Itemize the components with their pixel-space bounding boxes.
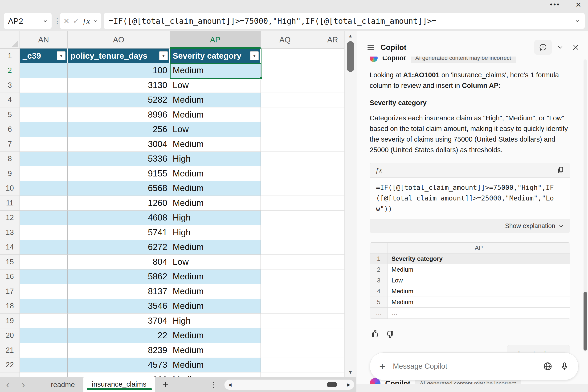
- grid-cell[interactable]: [261, 225, 309, 240]
- grid-cell[interactable]: [261, 48, 309, 63]
- filter-dropdown-icon[interactable]: ▼: [250, 51, 259, 60]
- grid-cell[interactable]: Medium: [170, 166, 261, 181]
- row-header-2[interactable]: 2: [0, 63, 20, 78]
- grid-cell[interactable]: [261, 63, 309, 78]
- column-header-AN[interactable]: AN: [20, 31, 68, 48]
- grid-cell[interactable]: [20, 343, 68, 358]
- grid-cell[interactable]: High: [170, 210, 261, 226]
- grid-cell[interactable]: [20, 166, 68, 181]
- grid-horizontal-scrollbar[interactable]: ◀ ▶: [224, 380, 354, 390]
- formula-bar[interactable]: =IF([@[total_claim_amount]]>=75000,"High…: [104, 13, 585, 29]
- row-header-16[interactable]: 16: [0, 270, 20, 284]
- microphone-icon[interactable]: [560, 362, 569, 371]
- grid-cell[interactable]: Medium: [170, 108, 261, 122]
- row-header-19[interactable]: 19: [0, 314, 20, 328]
- row-header-15[interactable]: 15: [0, 255, 20, 270]
- grid-cell[interactable]: [261, 299, 309, 314]
- grid-cell[interactable]: [20, 78, 68, 93]
- grid-cell[interactable]: [20, 270, 68, 284]
- grid-cell[interactable]: [261, 122, 309, 137]
- table-column-header[interactable]: _c39▼: [20, 48, 68, 63]
- row-header-14[interactable]: 14: [0, 240, 20, 255]
- column-header-AP[interactable]: AP: [170, 31, 261, 48]
- row-header-23[interactable]: 23: [0, 372, 20, 377]
- grid-cell[interactable]: [261, 343, 309, 358]
- grid-cell[interactable]: 6272: [68, 240, 170, 255]
- grid-cell[interactable]: [261, 270, 309, 284]
- row-header-3[interactable]: 3: [0, 78, 20, 93]
- grid-vertical-scrollbar[interactable]: ▲ ▼: [344, 31, 356, 377]
- grid-cell[interactable]: [20, 63, 68, 78]
- new-chat-icon[interactable]: [534, 40, 552, 55]
- grid-cell[interactable]: 8239: [68, 343, 170, 358]
- grid-cell[interactable]: [20, 314, 68, 328]
- grid-cell[interactable]: 3130: [68, 78, 170, 93]
- grid-cell[interactable]: Medium: [170, 137, 261, 152]
- grid-cell[interactable]: 3546: [68, 299, 170, 314]
- grid-cell[interactable]: High: [170, 314, 261, 328]
- grid-cell[interactable]: Medium: [170, 63, 261, 78]
- grid-cell[interactable]: [20, 240, 68, 255]
- row-header-20[interactable]: 20: [0, 328, 20, 343]
- grid-cell[interactable]: [20, 328, 68, 343]
- grid-cell[interactable]: 804: [68, 255, 170, 270]
- grid-cell[interactable]: 8996: [68, 108, 170, 122]
- grid-cell[interactable]: [261, 196, 309, 210]
- thumbs-down-icon[interactable]: [386, 329, 396, 339]
- name-box[interactable]: AP2: [4, 13, 52, 29]
- show-explanation-button[interactable]: Show explanation: [370, 219, 570, 233]
- grid-cell[interactable]: Medium: [170, 240, 261, 255]
- row-header-9[interactable]: 9: [0, 166, 20, 181]
- scroll-down-icon[interactable]: ▼: [345, 370, 356, 375]
- row-header-4[interactable]: 4: [0, 93, 20, 108]
- table-column-header[interactable]: policy_tenure_days▼: [68, 48, 170, 63]
- select-all-corner[interactable]: [0, 31, 20, 48]
- grid-cell[interactable]: [261, 137, 309, 152]
- sheet-nav-back-icon[interactable]: ‹: [6, 377, 10, 392]
- grid-cell[interactable]: [261, 78, 309, 93]
- grid-cell[interactable]: 4608: [68, 210, 170, 226]
- row-header-11[interactable]: 11: [0, 196, 20, 210]
- hamburger-menu-icon[interactable]: [367, 43, 375, 51]
- formula-bar-expand-icon[interactable]: [574, 18, 580, 24]
- grid-cell[interactable]: 5862: [68, 270, 170, 284]
- grid-cell[interactable]: Low: [170, 255, 261, 270]
- grid-cell[interactable]: [20, 196, 68, 210]
- grid-cell[interactable]: 5741: [68, 225, 170, 240]
- row-header-21[interactable]: 21: [0, 343, 20, 358]
- grid-cell[interactable]: Medium: [170, 328, 261, 343]
- web-globe-icon[interactable]: [543, 362, 552, 371]
- window-close-icon[interactable]: ✕: [576, 1, 582, 9]
- grid-cell[interactable]: [20, 152, 68, 166]
- row-header-8[interactable]: 8: [0, 152, 20, 166]
- scroll-up-icon[interactable]: ▲: [345, 33, 356, 39]
- grid-cell[interactable]: [20, 181, 68, 196]
- grid-cell[interactable]: Medium: [170, 181, 261, 196]
- sheet-tab-readme[interactable]: readme: [42, 377, 84, 392]
- grid-cell[interactable]: 6568: [68, 181, 170, 196]
- attach-plus-icon[interactable]: +: [379, 360, 386, 372]
- grid-cell[interactable]: 22: [68, 328, 170, 343]
- add-sheet-button[interactable]: +: [162, 377, 169, 392]
- grid-cell[interactable]: 3004: [68, 137, 170, 152]
- grid-cell[interactable]: Low: [170, 78, 261, 93]
- close-panel-icon[interactable]: [572, 44, 580, 51]
- grid-cell[interactable]: High: [170, 225, 261, 240]
- grid-cell[interactable]: [261, 240, 309, 255]
- copy-icon[interactable]: [557, 166, 564, 174]
- column-header-AO[interactable]: AO: [68, 31, 170, 48]
- grid-cell[interactable]: [261, 358, 309, 373]
- row-header-22[interactable]: 22: [0, 358, 20, 373]
- grid-cell[interactable]: 8137: [68, 284, 170, 299]
- formula-code[interactable]: =IF([@[total_claim_amount]]>=75000,"High…: [370, 178, 570, 219]
- grid-cell[interactable]: 1260: [68, 196, 170, 210]
- grid-cell[interactable]: [261, 314, 309, 328]
- grid-cell[interactable]: 3704: [68, 314, 170, 328]
- sheet-list-icon[interactable]: ⋮: [210, 377, 217, 392]
- chevron-down-icon[interactable]: [93, 19, 98, 23]
- scroll-left-icon[interactable]: ◀: [228, 380, 232, 390]
- grid-cell[interactable]: Medium: [170, 299, 261, 314]
- grid-vscroll-thumb[interactable]: [347, 41, 354, 72]
- grid-cell[interactable]: [20, 225, 68, 240]
- column-header-AQ[interactable]: AQ: [261, 31, 309, 48]
